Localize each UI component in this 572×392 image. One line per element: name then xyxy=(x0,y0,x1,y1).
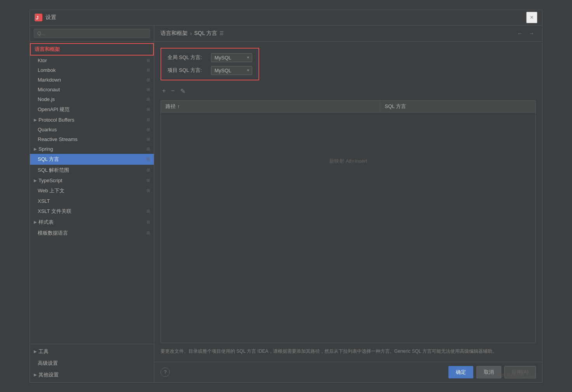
search-input[interactable] xyxy=(34,29,150,38)
reactive-streams-icon: ⊞ xyxy=(146,137,150,142)
title-bar-left: J 设置 xyxy=(35,14,56,21)
global-dialect-select[interactable]: MySQL Generic SQL PostgreSQL SQLite Orac… xyxy=(211,53,252,62)
ktor-label: Ktor xyxy=(38,57,144,63)
sidebar-item-typescript[interactable]: ▶ TypeScript ⊞ xyxy=(30,176,154,185)
tools-label: 工具 xyxy=(38,348,49,355)
sidebar-item-nodejs[interactable]: Node.js ⊞ xyxy=(30,94,154,104)
advanced-label: 高级设置 xyxy=(38,360,58,367)
openapi-icon: ⊞ xyxy=(146,107,150,112)
micronaut-icon: ⊞ xyxy=(146,87,150,92)
quarkus-label: Quarkus xyxy=(38,127,144,132)
breadcrumb-separator: › xyxy=(190,30,192,37)
col-path-label: 路径 xyxy=(166,103,176,110)
help-button[interactable]: ? xyxy=(160,368,170,377)
global-dialect-label: 全局 SQL 方言: xyxy=(167,54,206,61)
sidebar-item-advanced[interactable]: 高级设置 xyxy=(30,357,154,369)
remove-mapping-button[interactable]: − xyxy=(169,87,176,95)
close-button[interactable]: × xyxy=(526,12,537,23)
sql-dialect-label: SQL 方言 xyxy=(38,156,144,163)
dialog-title: 设置 xyxy=(45,14,56,21)
sidebar-item-lombok[interactable]: Lombok ⊞ xyxy=(30,65,154,75)
title-bar: J 设置 × xyxy=(30,10,542,26)
nav-back-button[interactable]: ← xyxy=(516,30,524,37)
col-path-sort-icon: ↑ xyxy=(177,103,180,109)
sidebar-item-spring[interactable]: ▶ Spring ⊞ xyxy=(30,144,154,154)
typescript-arrow: ▶ xyxy=(34,178,37,183)
description-text: 要更改文件、目录或整个项目使用的 SQL 方言 IDEA，请根据需要添加其路径，… xyxy=(160,348,510,355)
add-mapping-button[interactable]: + xyxy=(160,87,167,95)
sidebar-list: 语言和框架 Ktor ⊞ Lombok ⊞ Markdown ⊞ xyxy=(30,42,154,344)
protobuf-arrow: ▶ xyxy=(34,118,37,122)
openapi-label: OpenAPI 规范 xyxy=(38,106,144,113)
sidebar-item-other[interactable]: ▶ 其他设置 xyxy=(30,369,154,381)
main-content: 语言和框架 Ktor ⊞ Lombok ⊞ Markdown ⊞ xyxy=(30,26,542,382)
sql-scope-label: SQL 解析范围 xyxy=(38,167,144,174)
table-header: 路径 ↑ SQL 方言 xyxy=(161,101,535,113)
sidebar-item-reactive-streams[interactable]: Reactive Streams ⊞ xyxy=(30,134,154,144)
other-label: 其他设置 xyxy=(38,371,59,378)
watermark: CSDN @qihang_1217 xyxy=(494,373,536,378)
markdown-label: Markdown xyxy=(38,77,144,83)
sidebar-item-markdown[interactable]: Markdown ⊞ xyxy=(30,75,154,85)
ok-button[interactable]: 确定 xyxy=(448,366,473,378)
sidebar-item-protobuf[interactable]: ▶ Protocol Buffers ⊞ xyxy=(30,115,154,125)
tools-arrow: ▶ xyxy=(34,349,37,354)
sidebar-item-sql-dialect[interactable]: SQL 方言 ⊞ xyxy=(30,154,154,165)
col-path-header: 路径 ↑ xyxy=(161,101,380,112)
right-header: 语言和框架 › SQL 方言 ☰ ← → xyxy=(154,26,542,42)
sidebar-item-stylesheet[interactable]: ▶ 样式表 ⊞ xyxy=(30,217,154,228)
sidebar-group-header[interactable]: 语言和框架 xyxy=(30,43,154,56)
col-sql-header: SQL 方言 xyxy=(380,101,535,112)
sidebar-item-xslt[interactable]: XSLT xyxy=(30,196,154,206)
bottom-left: ? xyxy=(160,368,445,377)
lombok-label: Lombok xyxy=(38,67,144,73)
search-box xyxy=(30,26,154,42)
spring-label: Spring xyxy=(38,146,144,152)
breadcrumb-current: SQL 方言 xyxy=(194,30,217,37)
sidebar-item-tools[interactable]: ▶ 工具 xyxy=(30,346,154,357)
lombok-icon: ⊞ xyxy=(146,68,150,73)
breadcrumb-parent: 语言和框架 xyxy=(160,30,188,37)
breadcrumb-icon: ☰ xyxy=(220,31,224,36)
sidebar-item-openapi[interactable]: OpenAPI 规范 ⊞ xyxy=(30,104,154,115)
typescript-icon: ⊞ xyxy=(146,178,150,183)
group-header-label: 语言和框架 xyxy=(35,46,149,53)
protobuf-icon: ⊞ xyxy=(146,117,150,122)
stylesheet-arrow: ▶ xyxy=(34,220,37,224)
sidebar: 语言和框架 Ktor ⊞ Lombok ⊞ Markdown ⊞ xyxy=(30,26,154,382)
project-dialect-row: 项目 SQL 方言: MySQL Generic SQL PostgreSQL … xyxy=(167,66,252,75)
svg-text:J: J xyxy=(36,15,38,21)
sidebar-item-template-data[interactable]: 模板数据语言 ⊞ xyxy=(30,228,154,239)
web-context-icon: ⊞ xyxy=(146,188,150,193)
ktor-icon: ⊞ xyxy=(146,58,150,63)
markdown-icon: ⊞ xyxy=(146,77,150,82)
typescript-label: TypeScript xyxy=(38,178,144,183)
sidebar-item-micronaut[interactable]: Micronaut ⊞ xyxy=(30,85,154,94)
project-dialect-select[interactable]: MySQL Generic SQL PostgreSQL SQLite Orac… xyxy=(211,66,252,75)
other-arrow: ▶ xyxy=(34,373,37,377)
stylesheet-label: 样式表 xyxy=(38,219,144,226)
sidebar-footer: ▶ 工具 高级设置 ▶ 其他设置 xyxy=(30,344,154,382)
global-dialect-select-wrapper: MySQL Generic SQL PostgreSQL SQLite Orac… xyxy=(211,53,252,62)
mapping-toolbar: + − ✎ xyxy=(160,87,536,96)
sidebar-item-sql-scope[interactable]: SQL 解析范围 ⊞ xyxy=(30,165,154,176)
table-body: 新映射 Alt+Insert xyxy=(161,113,535,210)
right-panel: 语言和框架 › SQL 方言 ☰ ← → 全局 SQL 方言: xyxy=(154,26,542,382)
sidebar-item-ktor[interactable]: Ktor ⊞ xyxy=(30,56,154,65)
sidebar-item-xslt-file[interactable]: XSLT 文件关联 ⊞ xyxy=(30,206,154,217)
template-data-label: 模板数据语言 xyxy=(38,230,144,237)
sql-scope-icon: ⊞ xyxy=(146,167,150,172)
mapping-table: 路径 ↑ SQL 方言 新映射 Alt+Insert xyxy=(160,100,536,343)
nodejs-icon: ⊞ xyxy=(146,97,150,102)
nav-forward-button[interactable]: → xyxy=(527,30,536,37)
right-body: 全局 SQL 方言: MySQL Generic SQL PostgreSQL … xyxy=(154,42,542,362)
sidebar-item-quarkus[interactable]: Quarkus ⊞ xyxy=(30,125,154,134)
project-dialect-label: 项目 SQL 方言: xyxy=(167,67,206,74)
global-dialect-row: 全局 SQL 方言: MySQL Generic SQL PostgreSQL … xyxy=(167,53,252,62)
spring-icon: ⊞ xyxy=(146,146,150,152)
settings-dialog: J 设置 × 语言和框架 Ktor ⊞ xyxy=(30,10,542,383)
empty-hint: 新映射 Alt+Insert xyxy=(329,158,367,165)
project-dialect-select-wrapper: MySQL Generic SQL PostgreSQL SQLite Orac… xyxy=(211,66,252,75)
sidebar-item-web-context[interactable]: Web 上下文 ⊞ xyxy=(30,185,154,196)
edit-mapping-button[interactable]: ✎ xyxy=(179,87,187,96)
